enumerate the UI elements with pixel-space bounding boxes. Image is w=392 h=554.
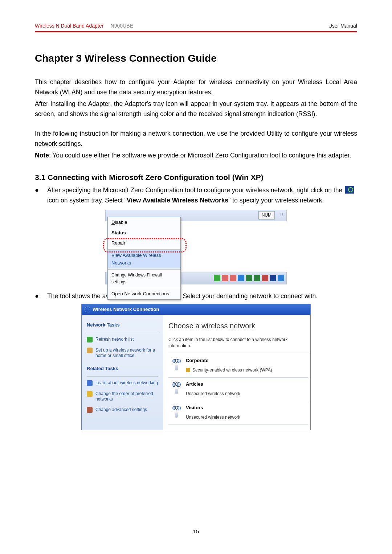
link-learn-wireless[interactable]: Learn about wireless networking xyxy=(87,380,158,386)
bullet-dot: ● xyxy=(35,291,47,301)
sidebar-heading-tasks: Network Tasks xyxy=(87,321,158,329)
network-row[interactable]: ((Q)) Corporate Security-enabled wireles… xyxy=(168,354,308,377)
tray-icon[interactable] xyxy=(262,275,268,281)
star-icon xyxy=(87,391,93,397)
refresh-icon xyxy=(87,337,93,342)
menu-item-firewall[interactable]: Change Windows Firewall settings xyxy=(108,270,180,287)
link-refresh-networks[interactable]: Refresh network list xyxy=(87,337,158,342)
link-change-order[interactable]: Change the order of preferred networks xyxy=(87,391,158,402)
menu-item-view-networks[interactable]: View Available Wireless Networks xyxy=(108,250,180,268)
gear-icon xyxy=(87,407,93,413)
dialog-sidebar: Network Tasks Refresh network list Set u… xyxy=(82,315,163,430)
bullet1-text-a: After specifying the Microsoft Zero Conf… xyxy=(47,186,344,194)
network-name: Visitors xyxy=(186,404,306,412)
wireless-icon xyxy=(85,307,90,312)
chapter-title: Chapter 3 Wireless Connection Guide xyxy=(35,50,357,67)
network-desc: Security-enabled wireless network (WPA) xyxy=(192,367,272,374)
menu-item-status[interactable]: Status xyxy=(108,228,180,238)
menu-item-disable[interactable]: DDisableisable xyxy=(108,217,180,228)
antenna-icon: ((Q)) xyxy=(172,381,180,388)
setup-icon xyxy=(87,348,93,353)
figure-wireless-dialog: Wireless Network Connection Network Task… xyxy=(81,304,311,430)
network-row[interactable]: ((Q)) Visitors Unsecured wireless networ… xyxy=(168,401,308,425)
network-desc: Unsecured wireless network xyxy=(186,414,240,421)
bullet2-text: The tool shows the available wireless ne… xyxy=(47,291,357,301)
paragraph-intro-2: After Installing the Adapter, the Adapte… xyxy=(35,99,357,119)
section-3-1-title: 3.1 Connecting with Microsoft Zero Confi… xyxy=(35,171,357,184)
header-doctype: User Manual xyxy=(328,22,357,30)
antenna-icon: ((Q)) xyxy=(172,357,180,365)
header-product: Wireless N Dual Band Adapter xyxy=(35,23,103,29)
tray-icon[interactable] xyxy=(238,275,244,281)
tray-icon[interactable] xyxy=(230,275,236,281)
note-label: Note xyxy=(35,152,49,159)
figure-tray-context-menu: NUM ⠿ DDisableisable Status Repair View … xyxy=(105,210,287,284)
antenna-stem-icon xyxy=(175,389,178,394)
antenna-icon: ((Q)) xyxy=(172,404,180,412)
menu-item-open-connections[interactable]: Open Network Connections xyxy=(108,289,180,299)
main-heading: Choose a wireless network xyxy=(168,320,308,332)
page-header: Wireless N Dual Band Adapter N900UBE Use… xyxy=(35,22,357,30)
dialog-title: Wireless Network Connection xyxy=(93,306,159,313)
menu-item-repair[interactable]: Repair xyxy=(108,238,180,249)
network-row[interactable]: ((Q)) Articles Unsecured wireless networ… xyxy=(168,377,308,401)
paragraph-intro-3: In the following instruction for making … xyxy=(35,128,357,149)
network-name: Corporate xyxy=(186,357,306,365)
bullet1-text-b: icon on system tray. Select " xyxy=(47,197,127,204)
link-advanced-settings[interactable]: Change advanced settings xyxy=(87,407,158,413)
antenna-stem-icon xyxy=(175,413,178,418)
tray-icon[interactable] xyxy=(222,275,228,281)
bullet-item-2: ● The tool shows the available wireless … xyxy=(35,291,357,301)
paragraph-intro-1: This chapter describes how to configure … xyxy=(35,77,357,97)
bullet1-text-c: " to specify your wireless network. xyxy=(228,197,324,204)
page-number: 15 xyxy=(0,527,392,536)
paragraph-note: Note: You could use either the software … xyxy=(35,150,357,160)
num-lock-indicator: NUM xyxy=(258,211,275,219)
bullet-item-1: ● After specifying the Microsoft Zero Co… xyxy=(35,185,357,205)
note-text: : You could use either the software we p… xyxy=(49,152,351,159)
tray-wireless-icon xyxy=(345,186,354,194)
header-model: N900UBE xyxy=(111,23,133,29)
bullet-dot: ● xyxy=(35,185,47,205)
link-setup-network[interactable]: Set up a wireless network for a home or … xyxy=(87,348,158,358)
sidebar-heading-related: Related Tasks xyxy=(87,365,158,373)
antenna-stem-icon xyxy=(175,365,178,370)
dialog-titlebar: Wireless Network Connection xyxy=(82,304,310,315)
network-desc: Unsecured wireless network xyxy=(186,390,240,397)
lock-icon xyxy=(186,368,190,372)
tray-wireless-icon[interactable] xyxy=(270,275,276,281)
tray-icon[interactable] xyxy=(214,275,220,281)
tray-icon[interactable] xyxy=(254,275,260,281)
main-subtext: Click an item in the list below to conne… xyxy=(168,337,308,348)
tray-icon[interactable] xyxy=(246,275,252,281)
dialog-main: Choose a wireless network Click an item … xyxy=(163,315,310,430)
info-icon xyxy=(87,380,93,386)
header-rule xyxy=(35,31,357,32)
tray-icon[interactable] xyxy=(278,275,284,281)
bullet1-bold: View Available Wireless Networks xyxy=(127,197,228,204)
network-name: Articles xyxy=(186,381,306,388)
resize-grip-icon: ⠿ xyxy=(280,212,283,219)
tray-context-menu: DDisableisable Status Repair View Availa… xyxy=(107,217,181,300)
